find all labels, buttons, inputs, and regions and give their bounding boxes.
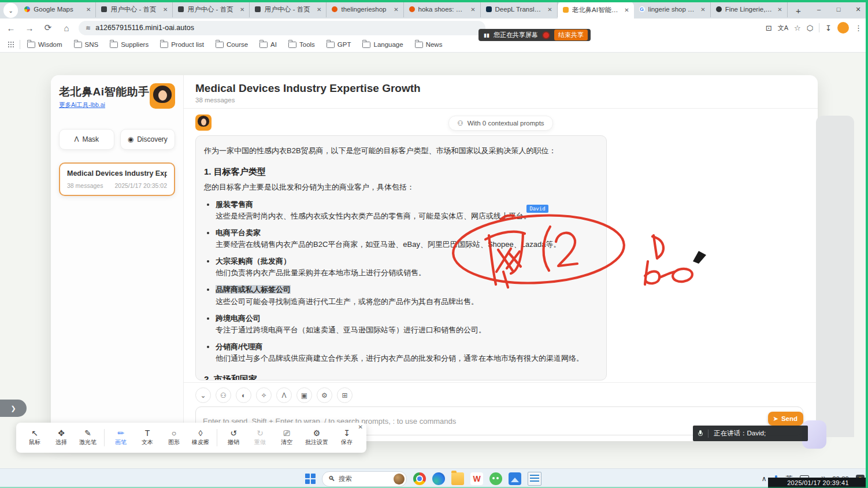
bookmark-course[interactable]: Course — [211, 39, 253, 50]
forward-icon[interactable]: → — [22, 20, 37, 35]
tool-text[interactable]: T 文本 — [135, 429, 160, 446]
photos-app-icon[interactable] — [509, 472, 521, 485]
tab-close-icon[interactable]: ✕ — [162, 6, 169, 13]
tool-laser-pen[interactable]: ✎ 激光笔 — [75, 429, 101, 446]
tab-close-icon[interactable]: ✕ — [776, 6, 783, 13]
tab-user-center-2[interactable]: 用户中心 - 首页 ✕ — [173, 1, 250, 17]
toolbar-close-icon[interactable]: ✕ — [358, 424, 363, 430]
maximize-button[interactable]: □ — [829, 0, 848, 19]
file-explorer-icon[interactable] — [451, 472, 464, 485]
close-button[interactable]: ✕ — [848, 0, 868, 19]
wechat-icon[interactable] — [489, 472, 502, 485]
annotation-collapse-handle[interactable]: ❯ — [0, 400, 27, 417]
profile-avatar[interactable] — [837, 22, 849, 34]
bookmark-sns[interactable]: SNS — [69, 39, 103, 50]
apps-grid-icon[interactable] — [8, 42, 14, 47]
model-icon[interactable]: ⚙ — [317, 387, 332, 403]
tab-close-icon[interactable]: ✕ — [239, 6, 246, 13]
tab-fine-lingerie[interactable]: Fine Lingerie, Sle ✕ — [711, 1, 788, 17]
browser-menu-icon[interactable]: ⋮ — [855, 24, 862, 32]
tab-search-button[interactable]: ⌄ — [3, 3, 18, 18]
tab-user-center-3[interactable]: 用户中心 - 首页 ✕ — [250, 1, 327, 17]
chat-subtitle: 38 messages — [195, 97, 806, 103]
tool-annotation-settings[interactable]: ⚙ 批注设置 — [301, 429, 333, 446]
tab-close-icon[interactable]: ✕ — [392, 6, 399, 13]
person-icon: ⚇ — [457, 119, 463, 127]
chat-scroll-area[interactable]: ⚇ With 0 contextual prompts 作为一家中国的性感内衣B… — [184, 109, 818, 382]
wps-icon[interactable]: W — [470, 472, 483, 485]
bookmark-wisdom[interactable]: Wisdom — [23, 39, 67, 50]
tool-clear[interactable]: ⎚ 清空 — [274, 429, 299, 446]
edge-taskbar-icon[interactable] — [432, 472, 445, 485]
reload-icon[interactable]: ⟳ — [40, 20, 55, 35]
tab-google-maps[interactable]: Google Maps ✕ — [19, 1, 96, 17]
cast-icon[interactable]: ⊡ — [766, 24, 772, 32]
folder-icon — [110, 42, 118, 48]
notes-app-icon[interactable] — [528, 472, 541, 486]
tab-close-icon[interactable]: ✕ — [85, 6, 92, 13]
tool-select[interactable]: ✥ 选择 — [49, 429, 74, 446]
downloads-icon[interactable]: ↧ — [825, 24, 832, 32]
paper-plane-icon: ➤ — [773, 415, 778, 423]
stop-share-button[interactable]: 结束共享 — [554, 29, 588, 40]
divider — [708, 430, 709, 438]
discovery-icon: ◉ — [128, 135, 133, 143]
tab-close-icon[interactable]: ✕ — [623, 7, 630, 13]
divider — [104, 429, 105, 446]
tab-close-icon[interactable]: ✕ — [546, 6, 553, 13]
bookmark-news[interactable]: News — [410, 39, 447, 50]
address-bar[interactable]: ≋ a12657915116.mini1-oai.autos — [79, 21, 485, 35]
tab-deepl[interactable]: DeepL Translate: ✕ — [481, 1, 558, 17]
mask-quick-icon[interactable]: Λ — [276, 387, 292, 403]
tool-save[interactable]: ↧ 保存 — [334, 429, 359, 446]
plugins-grid-icon[interactable]: ⊞ — [337, 387, 353, 403]
bookmark-product-list[interactable]: Product list — [155, 39, 209, 50]
cube-site-icon — [178, 6, 184, 12]
bookmark-tools[interactable]: Tools — [284, 39, 320, 50]
scroll-to-bottom-icon[interactable]: ⌄ — [195, 387, 211, 403]
message-intro: 作为一家中国的性感内衣B2B贸易商，以下是您可能的目标客户类型、市场和国家以及采… — [204, 145, 598, 157]
dark-mode-icon[interactable]: ◐ — [236, 387, 251, 403]
minimize-button[interactable]: – — [809, 0, 829, 19]
bookmark-suppliers[interactable]: Suppliers — [105, 39, 153, 50]
bookmark-gpt[interactable]: GPT — [322, 39, 356, 50]
back-icon[interactable]: ← — [3, 20, 18, 35]
new-tab-button[interactable]: + — [791, 3, 806, 18]
tab-close-icon[interactable]: ✕ — [316, 6, 322, 13]
send-button[interactable]: ➤ Send — [768, 412, 803, 426]
bookmark-ai[interactable]: AI — [255, 39, 281, 50]
tool-undo[interactable]: ↺ 撤销 — [221, 429, 246, 446]
tab-close-icon[interactable]: ✕ — [699, 6, 706, 13]
discovery-button[interactable]: ◉ Discovery — [120, 129, 176, 150]
tool-pen-active[interactable]: ✏ 画笔 — [108, 429, 133, 446]
tool-redo-disabled: ↻ 重做 — [247, 429, 273, 446]
page-scrollbar[interactable] — [816, 116, 854, 437]
mask-button[interactable]: Λ Mask — [59, 129, 114, 150]
taskbar-search[interactable]: 🔍︎ 搜索 — [322, 471, 407, 487]
bookmark-language[interactable]: Language — [358, 39, 407, 50]
chrome-taskbar-icon[interactable] — [413, 472, 426, 485]
tray-chevron-icon[interactable]: ∧ — [762, 475, 767, 483]
tab-lingerie-shop-search[interactable]: G lingerie shop - G ✕ — [634, 1, 711, 17]
tab-close-icon[interactable]: ✕ — [469, 6, 476, 13]
tab-ai-assistant-active[interactable]: 老北鼻AI智能助手 ✕ — [558, 1, 634, 19]
chat-list-item-selected[interactable]: Medical Devices Industry Exp... 38 messa… — [59, 162, 175, 196]
image-icon[interactable]: ▣ — [296, 387, 312, 403]
tab-hoka-shoes[interactable]: hoka shoes: Ove ✕ — [404, 1, 481, 17]
window-controls: – □ ✕ — [809, 0, 868, 19]
tab-thelingerieshop[interactable]: thelingerieshop ✕ — [327, 1, 403, 17]
bookmark-star-icon[interactable]: ☆ — [794, 24, 801, 32]
tool-eraser[interactable]: ◊ 橡皮擦 — [188, 429, 213, 446]
site-settings-icon[interactable]: ≋ — [86, 24, 91, 32]
home-icon[interactable]: ⌂ — [59, 20, 74, 35]
translate-icon[interactable]: 文A — [778, 24, 788, 32]
contextual-prompts-pill[interactable]: ⚇ With 0 contextual prompts — [448, 116, 552, 131]
signal-icon: ▮▮ — [484, 32, 489, 38]
tool-mouse[interactable]: ↖ 鼠标 — [22, 429, 47, 446]
extensions-icon[interactable]: ⬡ — [807, 24, 813, 32]
theme-icon[interactable]: ⚇ — [216, 387, 231, 403]
tab-user-center-1[interactable]: 用户中心 - 首页 ✕ — [96, 1, 173, 17]
prompt-wand-icon[interactable]: ✧ — [256, 387, 272, 403]
start-button[interactable] — [305, 474, 316, 484]
tool-shape[interactable]: ○ 图形 — [161, 429, 187, 446]
